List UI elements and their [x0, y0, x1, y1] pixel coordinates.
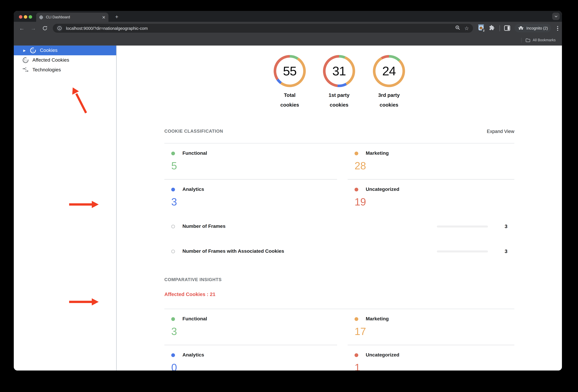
folder-icon	[526, 38, 530, 42]
frames-row: Number of Frames 3	[164, 222, 514, 231]
frames-label: Number of Frames with Associated Cookies	[183, 248, 284, 254]
metric-value: 31	[323, 55, 355, 87]
cookie-jar-extension-icon[interactable]: 2	[478, 24, 484, 32]
incognito-badge[interactable]: Incognito (2)	[515, 24, 551, 32]
new-tab-button[interactable]: +	[113, 13, 120, 21]
side-panel-icon[interactable]	[504, 25, 511, 32]
category-value: 1	[355, 362, 514, 370]
forward-button[interactable]: →	[29, 22, 38, 35]
frames-progress-bar	[437, 250, 488, 252]
screen: CLI Dashboard ✕ + ← →	[0, 0, 578, 392]
category-value: 28	[355, 160, 514, 172]
category-label: Analytics	[183, 352, 204, 358]
sidebar-item-affected-cookies[interactable]: Affected Cookies	[14, 55, 116, 65]
bookmarks-divider	[521, 38, 522, 42]
uncategorized-dot-icon	[355, 353, 358, 357]
browser-menu-icon[interactable]	[556, 25, 560, 32]
category-value: 0	[171, 362, 337, 370]
category-label: Functional	[183, 316, 207, 322]
donut-chart-total: 55	[274, 55, 306, 87]
cookie-icon	[30, 47, 36, 54]
metric-third-party-cookies: 24 3rd party cookies	[364, 55, 414, 110]
bookmarks-bar: All Bookmarks	[14, 35, 562, 45]
page-content: ▶ Cookies	[14, 45, 562, 370]
expand-view-button[interactable]: Expand View	[487, 128, 514, 134]
extension-badge: 2	[482, 29, 486, 33]
functional-dot-icon	[171, 152, 175, 155]
analytics-dot-icon	[171, 188, 175, 191]
zoom-page-icon[interactable]	[455, 25, 460, 32]
comparative-insights-section: COMPARATIVE INSIGHTS Affected Cookies : …	[164, 276, 514, 370]
back-button[interactable]: ←	[17, 22, 26, 35]
expander-triangle-icon[interactable]: ▶	[23, 49, 27, 52]
comparative-cell-functional: Functional 3	[164, 309, 337, 345]
extensions-icon[interactable]	[488, 25, 495, 32]
tab-strip: CLI Dashboard ✕ +	[14, 11, 562, 22]
analytics-dot-icon	[171, 353, 175, 357]
incognito-label: Incognito (2)	[526, 26, 548, 30]
category-value: 3	[171, 326, 337, 337]
classification-cell-uncategorized: Uncategorized 19	[348, 180, 514, 215]
category-label: Functional	[183, 151, 207, 156]
sidebar-item-label: Affected Cookies	[32, 57, 69, 63]
site-info-icon[interactable]	[56, 25, 63, 32]
technologies-icon	[22, 67, 29, 73]
sidebar-item-technologies[interactable]: Technologies	[14, 65, 116, 75]
address-bar[interactable]: localhost:9000/?dir=nationalgeographic-c…	[53, 24, 473, 33]
metric-label: 3rd party cookies	[364, 90, 414, 110]
category-label: Marketing	[366, 316, 389, 322]
browser-window: CLI Dashboard ✕ + ← →	[14, 11, 562, 370]
category-label: Marketing	[366, 151, 389, 156]
sidebar: ▶ Cookies	[14, 45, 117, 370]
close-window-button[interactable]	[19, 15, 22, 19]
section-title: COOKIE CLASSIFICATION	[164, 129, 223, 134]
toolbar-divider	[499, 25, 500, 31]
affected-cookies-count: Affected Cookies : 21	[164, 291, 514, 298]
frames-value: 3	[491, 223, 507, 229]
metric-value: 24	[373, 55, 405, 87]
globe-favicon-icon	[39, 15, 43, 19]
category-label: Analytics	[183, 187, 204, 192]
frames-progress-bar	[437, 225, 488, 227]
reload-button[interactable]	[41, 22, 49, 35]
uncategorized-dot-icon	[355, 188, 358, 191]
tab-search-button[interactable]	[552, 13, 560, 20]
section-title: COMPARATIVE INSIGHTS	[164, 277, 222, 282]
category-value: 19	[355, 196, 514, 208]
functional-dot-icon	[171, 317, 175, 321]
metric-value: 55	[274, 55, 306, 87]
frames-label: Number of Frames	[183, 224, 226, 229]
all-bookmarks-button[interactable]: All Bookmarks	[533, 38, 556, 42]
reload-icon	[42, 26, 48, 31]
marketing-dot-icon	[355, 317, 358, 321]
metric-total-cookies: 55 Total cookies	[265, 55, 315, 110]
tab-close-icon[interactable]: ✕	[102, 15, 105, 19]
category-label: Uncategorized	[366, 187, 399, 192]
browser-tab[interactable]: CLI Dashboard ✕	[36, 13, 108, 22]
classification-cell-analytics: Analytics 3	[164, 180, 337, 215]
metric-first-party-cookies: 31 1st party cookies	[314, 55, 364, 110]
classification-cell-functional: Functional 5	[164, 144, 337, 180]
dashboard-main: 55 Total cookies 31 1st party cookies	[117, 45, 562, 370]
marketing-dot-icon	[355, 152, 358, 155]
ring-dot-icon	[171, 249, 175, 253]
bookmark-star-icon[interactable]: ☆	[464, 25, 469, 31]
minimize-window-button[interactable]	[24, 15, 27, 19]
metric-label: 1st party cookies	[314, 90, 364, 110]
url-text[interactable]: localhost:9000/?dir=nationalgeographic-c…	[66, 26, 455, 31]
comparative-cell-uncategorized: Uncategorized 1	[348, 345, 514, 370]
sidebar-item-label: Cookies	[40, 47, 57, 53]
category-label: Uncategorized	[366, 352, 399, 358]
comparative-cell-analytics: Analytics 0	[164, 345, 337, 370]
tab-title: CLI Dashboard	[46, 15, 102, 19]
ring-dot-icon	[171, 225, 175, 228]
category-value: 3	[171, 196, 337, 208]
fullscreen-window-button[interactable]	[29, 15, 32, 19]
cookie-icon	[22, 57, 29, 64]
frames-row: Number of Frames with Associated Cookies…	[164, 246, 514, 256]
donut-chart-first-party: 31	[323, 55, 355, 87]
sidebar-item-cookies[interactable]: ▶ Cookies	[14, 45, 116, 55]
cookie-classification-section: COOKIE CLASSIFICATION Expand View Functi…	[164, 128, 514, 256]
donut-chart-third-party: 24	[373, 55, 405, 87]
chevron-down-icon	[554, 14, 558, 18]
